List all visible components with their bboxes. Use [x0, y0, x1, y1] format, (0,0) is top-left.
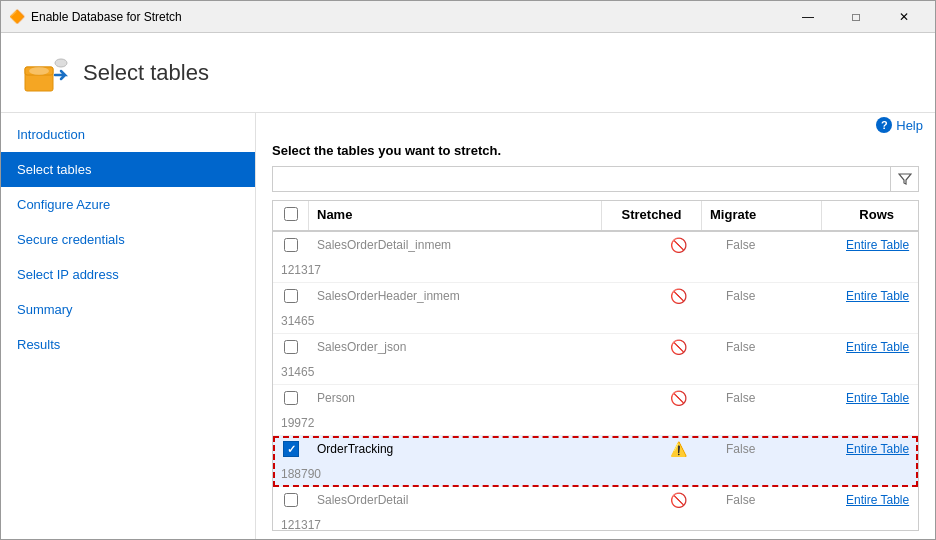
title-bar-icon: 🔶: [9, 9, 25, 25]
no-icon: 🚫: [670, 339, 687, 355]
title-bar-text: Enable Database for Stretch: [31, 10, 785, 24]
row-checkbox[interactable]: [284, 238, 298, 252]
col-header-rows: Rows: [822, 201, 902, 230]
row-migrate[interactable]: Entire Table: [838, 437, 918, 461]
table-header: Name Stretched Migrate Rows: [273, 201, 918, 232]
row-stretched-value: False: [718, 233, 838, 257]
help-bar: ? Help: [256, 113, 935, 135]
svg-point-2: [29, 67, 49, 75]
minimize-button[interactable]: —: [785, 7, 831, 27]
sidebar-item-select-tables[interactable]: Select tables: [1, 152, 255, 187]
row-stretched: 🚫: [638, 283, 718, 309]
sidebar-item-select-ip-address[interactable]: Select IP address: [1, 257, 255, 292]
row-name: Person: [309, 386, 638, 410]
row-migrate[interactable]: Entire Table: [838, 284, 918, 308]
row-stretched-value: False: [718, 335, 838, 359]
row-checkbox-cell: [273, 234, 309, 256]
row-stretched: 🚫: [638, 385, 718, 411]
row-stretched-value: False: [718, 284, 838, 308]
table-row: SalesOrderDetail🚫FalseEntire Table121317: [273, 487, 918, 530]
title-bar: 🔶 Enable Database for Stretch — □ ✕: [1, 1, 935, 33]
row-name: OrderTracking: [309, 437, 638, 461]
table-row: SalesOrderDetail_inmem🚫FalseEntire Table…: [273, 232, 918, 283]
row-stretched-value: False: [718, 437, 838, 461]
close-button[interactable]: ✕: [881, 7, 927, 27]
row-checkbox-cell: [273, 437, 309, 461]
row-checkbox-cell: [273, 336, 309, 358]
filter-button[interactable]: [891, 166, 919, 192]
main-panel: ? Help Select the tables you want to str…: [256, 113, 935, 539]
search-input[interactable]: [272, 166, 891, 192]
row-count: 121317: [273, 513, 309, 530]
help-icon: ?: [876, 117, 892, 133]
table-section: Select the tables you want to stretch.: [256, 135, 935, 539]
row-stretched: 🚫: [638, 487, 718, 513]
title-bar-controls: — □ ✕: [785, 7, 927, 27]
page-title: Select tables: [83, 60, 209, 86]
sidebar-item-results[interactable]: Results: [1, 327, 255, 362]
filter-icon: [898, 172, 912, 186]
col-header-stretched: Stretched: [602, 201, 702, 230]
row-stretched: 🚫: [638, 232, 718, 258]
row-checkbox[interactable]: [283, 441, 299, 457]
row-migrate[interactable]: Entire Table: [838, 488, 918, 512]
search-row: [272, 166, 919, 192]
svg-point-3: [55, 59, 67, 67]
row-count: 31465: [273, 360, 309, 384]
row-name: SalesOrderDetail_inmem: [309, 233, 638, 257]
row-checkbox[interactable]: [284, 493, 298, 507]
header-icon: [17, 47, 69, 99]
row-checkbox-cell: [273, 285, 309, 307]
row-checkbox[interactable]: [284, 289, 298, 303]
no-icon: 🚫: [670, 288, 687, 304]
sidebar: Introduction Select tables Configure Azu…: [1, 113, 256, 539]
table-row: SalesOrder_json🚫FalseEntire Table31465: [273, 334, 918, 385]
row-migrate[interactable]: Entire Table: [838, 335, 918, 359]
row-count: 19972: [273, 411, 309, 435]
row-checkbox[interactable]: [284, 391, 298, 405]
row-stretched: 🚫: [638, 334, 718, 360]
help-label: Help: [896, 118, 923, 133]
header: Select tables: [1, 33, 935, 113]
table-row: Person🚫FalseEntire Table19972: [273, 385, 918, 436]
row-migrate[interactable]: Entire Table: [838, 386, 918, 410]
help-link[interactable]: ? Help: [876, 117, 923, 133]
row-stretched-value: False: [718, 386, 838, 410]
warning-icon: ⚠️: [670, 441, 687, 457]
row-count: 31465: [273, 309, 309, 333]
row-count: 188790: [273, 462, 309, 486]
row-stretched-value: False: [718, 488, 838, 512]
col-header-name: Name: [309, 201, 602, 230]
row-name: SalesOrderDetail: [309, 488, 638, 512]
sidebar-item-secure-credentials[interactable]: Secure credentials: [1, 222, 255, 257]
row-name: SalesOrderHeader_inmem: [309, 284, 638, 308]
table-row: OrderTracking⚠️FalseEntire Table188790: [273, 436, 918, 487]
col-header-checkbox: [273, 201, 309, 230]
col-header-migrate: Migrate: [702, 201, 822, 230]
sidebar-item-introduction[interactable]: Introduction: [1, 117, 255, 152]
row-checkbox-cell: [273, 489, 309, 511]
row-name: SalesOrder_json: [309, 335, 638, 359]
section-title: Select the tables you want to stretch.: [272, 143, 919, 158]
sidebar-item-summary[interactable]: Summary: [1, 292, 255, 327]
table-wrapper: Name Stretched Migrate Rows SalesOrderDe…: [272, 200, 919, 531]
no-icon: 🚫: [670, 390, 687, 406]
sidebar-item-configure-azure[interactable]: Configure Azure: [1, 187, 255, 222]
table-body: SalesOrderDetail_inmem🚫FalseEntire Table…: [273, 232, 918, 530]
row-migrate[interactable]: Entire Table: [838, 233, 918, 257]
row-checkbox-cell: [273, 387, 309, 409]
maximize-button[interactable]: □: [833, 7, 879, 27]
row-checkbox[interactable]: [284, 340, 298, 354]
content-area: Introduction Select tables Configure Azu…: [1, 113, 935, 539]
row-count: 121317: [273, 258, 309, 282]
no-icon: 🚫: [670, 492, 687, 508]
row-stretched: ⚠️: [638, 436, 718, 462]
table-row: SalesOrderHeader_inmem🚫FalseEntire Table…: [273, 283, 918, 334]
no-icon: 🚫: [670, 237, 687, 253]
select-all-checkbox[interactable]: [284, 207, 298, 221]
